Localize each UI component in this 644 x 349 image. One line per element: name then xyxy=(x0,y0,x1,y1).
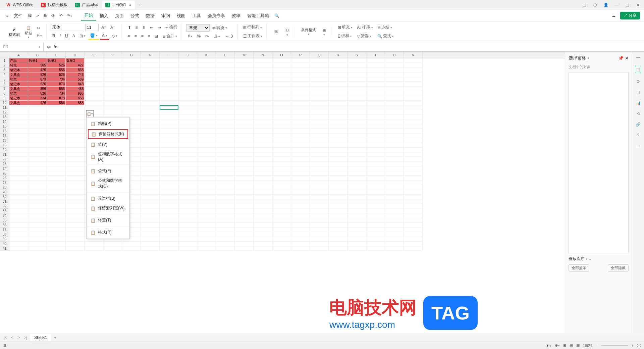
cell[interactable] xyxy=(9,181,28,185)
cell[interactable] xyxy=(66,124,85,129)
cell[interactable]: 589 xyxy=(66,77,85,82)
cell[interactable] xyxy=(385,190,404,195)
cell[interactable] xyxy=(9,138,28,143)
save-icon[interactable]: 🖫 xyxy=(26,12,34,19)
cell[interactable] xyxy=(310,157,329,162)
cell[interactable] xyxy=(347,181,366,185)
cell[interactable] xyxy=(404,143,423,148)
cell[interactable] xyxy=(272,199,291,204)
cell[interactable] xyxy=(160,134,178,138)
italic-button[interactable]: I xyxy=(58,32,62,40)
cell[interactable] xyxy=(141,213,160,218)
cell[interactable] xyxy=(47,190,66,195)
cell[interactable] xyxy=(122,58,141,63)
cell[interactable] xyxy=(216,119,235,124)
cell[interactable] xyxy=(347,218,366,223)
cell[interactable] xyxy=(329,204,347,209)
cell[interactable] xyxy=(385,246,404,251)
cell[interactable] xyxy=(28,199,47,204)
cell[interactable] xyxy=(385,204,404,209)
cell[interactable] xyxy=(272,185,291,190)
column-header[interactable]: T xyxy=(366,52,385,58)
cell[interactable] xyxy=(197,58,216,63)
cell[interactable] xyxy=(404,185,423,190)
cell[interactable] xyxy=(310,129,329,134)
cell[interactable] xyxy=(141,148,160,152)
cell[interactable] xyxy=(47,134,66,138)
cell[interactable] xyxy=(385,63,404,68)
cell[interactable] xyxy=(385,148,404,152)
cell[interactable] xyxy=(28,176,47,181)
dec-inc-button[interactable]: .0→ xyxy=(212,33,223,40)
cell[interactable]: 565 xyxy=(28,63,47,68)
cell[interactable] xyxy=(366,157,385,162)
cell[interactable] xyxy=(329,91,347,96)
cell[interactable] xyxy=(197,190,216,195)
find-button[interactable]: 🔍 查找▾ xyxy=(376,32,395,40)
cell[interactable] xyxy=(66,176,85,181)
cell[interactable] xyxy=(160,176,178,181)
cell[interactable] xyxy=(235,124,254,129)
column-header[interactable]: P xyxy=(291,52,310,58)
cond-format-button[interactable]: 条件格式▾ xyxy=(299,27,318,37)
cell[interactable] xyxy=(66,204,85,209)
cell[interactable] xyxy=(310,138,329,143)
tab-formula[interactable]: 公式 xyxy=(127,11,143,21)
column-header[interactable]: B xyxy=(28,52,47,58)
cell[interactable] xyxy=(385,115,404,119)
cell[interactable] xyxy=(66,129,85,134)
cell[interactable] xyxy=(178,218,197,223)
cell[interactable] xyxy=(160,246,178,251)
cell[interactable] xyxy=(141,72,160,77)
paste-menu-item[interactable]: 📋公式和数字格式(O) xyxy=(87,176,129,191)
cell[interactable] xyxy=(235,246,254,251)
cell[interactable] xyxy=(347,152,366,157)
cell[interactable] xyxy=(366,181,385,185)
cell[interactable] xyxy=(385,129,404,134)
row-header[interactable]: 12 xyxy=(0,110,9,115)
cell[interactable] xyxy=(329,101,347,105)
cell[interactable] xyxy=(329,148,347,152)
cell[interactable] xyxy=(28,105,47,110)
cell[interactable] xyxy=(329,58,347,63)
cell[interactable] xyxy=(272,87,291,91)
font-name-select[interactable] xyxy=(51,24,84,31)
cell[interactable] xyxy=(178,148,197,152)
cell[interactable] xyxy=(103,96,122,101)
cell[interactable] xyxy=(28,218,47,223)
cell[interactable] xyxy=(85,82,103,87)
cell[interactable] xyxy=(160,96,178,101)
cell[interactable] xyxy=(160,204,178,209)
cell[interactable] xyxy=(329,157,347,162)
cell[interactable] xyxy=(197,82,216,87)
column-header[interactable]: E xyxy=(85,52,103,58)
cell[interactable] xyxy=(197,218,216,223)
cell[interactable] xyxy=(235,176,254,181)
strike-button[interactable]: A xyxy=(71,32,77,40)
cell[interactable] xyxy=(385,152,404,157)
cell[interactable] xyxy=(347,232,366,237)
cell[interactable] xyxy=(329,152,347,157)
cell[interactable] xyxy=(366,228,385,232)
cell[interactable] xyxy=(141,181,160,185)
cell[interactable] xyxy=(141,138,160,143)
cell[interactable]: 734 xyxy=(47,77,66,82)
cell[interactable] xyxy=(310,237,329,242)
cell[interactable] xyxy=(235,129,254,134)
cell[interactable] xyxy=(404,105,423,110)
cell[interactable] xyxy=(404,152,423,157)
cell[interactable] xyxy=(66,209,85,213)
cell[interactable] xyxy=(216,166,235,171)
eye-icon[interactable]: 👁▾ xyxy=(546,344,551,348)
cell[interactable] xyxy=(216,129,235,134)
cell[interactable] xyxy=(404,68,423,72)
cell[interactable] xyxy=(235,232,254,237)
cell[interactable] xyxy=(235,195,254,199)
column-header[interactable]: U xyxy=(385,52,404,58)
cell[interactable] xyxy=(178,171,197,176)
row-header[interactable]: 5 xyxy=(0,77,9,82)
row-header[interactable]: 21 xyxy=(0,152,9,157)
paste-menu-item[interactable]: 📋粘贴(P) xyxy=(87,119,129,129)
cell[interactable] xyxy=(404,101,423,105)
file-menu[interactable]: 文件 xyxy=(10,11,26,21)
